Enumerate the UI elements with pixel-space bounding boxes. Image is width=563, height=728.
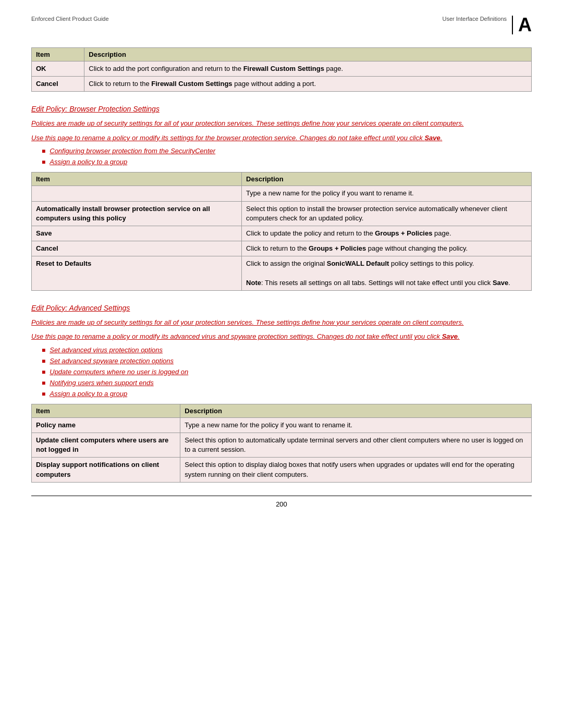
table1-row1-desc: Click to add the port configuration and … — [84, 61, 532, 77]
section1-desc1: Policies are made up of security setting… — [31, 118, 532, 129]
table2-row2-desc: Select this option to install the browse… — [242, 201, 532, 226]
table-row: Type a new name for the policy if you wa… — [32, 186, 532, 201]
bullet-link[interactable]: Set advanced spyware protection options — [50, 357, 174, 365]
table-row: Cancel Click to return to the Firewall C… — [32, 77, 532, 92]
table-row: OK Click to add the port configuration a… — [32, 61, 532, 77]
table2-row3-item: Save — [32, 226, 242, 241]
list-item: ■ Configuring browser protection from th… — [42, 147, 532, 155]
table-row: Cancel Click to return to the Groups + P… — [32, 241, 532, 256]
table2-row4-desc: Click to return to the Groups + Policies… — [242, 241, 532, 256]
bullet-link[interactable]: Assign a policy to a group — [50, 390, 127, 398]
page-container: Enforced Client Product Guide User Inter… — [0, 0, 563, 539]
table1-col-item: Item — [32, 48, 84, 61]
page-header: Enforced Client Product Guide User Inter… — [31, 16, 532, 37]
section1-bullets: ■ Configuring browser protection from th… — [42, 147, 532, 166]
table1: Item Description OK Click to add the por… — [31, 47, 532, 92]
page-footer: 200 — [31, 496, 532, 508]
table3-row2-desc: Select this option to automatically upda… — [180, 433, 532, 458]
table1-col-desc: Description — [84, 48, 532, 61]
bullet-icon: ■ — [42, 357, 45, 365]
table3-col-item: Item — [32, 404, 180, 417]
table3-row1-item: Policy name — [32, 417, 180, 433]
table-row: Reset to Defaults Click to assign the or… — [32, 256, 532, 291]
header-right-area: User Interface Definitions A — [443, 16, 532, 34]
table2-row1-desc: Type a new name for the policy if you wa… — [242, 186, 532, 201]
table2-col-desc: Description — [242, 172, 532, 186]
table3-row3-item: Display support notifications on client … — [32, 458, 180, 482]
table2-row5-desc: Click to assign the original SonicWALL D… — [242, 256, 532, 291]
table1-section: Item Description OK Click to add the por… — [31, 47, 532, 92]
table2-row3-desc: Click to update the policy and return to… — [242, 226, 532, 241]
table2-row4-item: Cancel — [32, 241, 242, 256]
table3-row2-item: Update client computers where users are … — [32, 433, 180, 458]
table2-row1-item — [32, 186, 242, 201]
bullet-link[interactable]: Configuring browser protection from the … — [50, 147, 215, 155]
header-left-text: Enforced Client Product Guide — [31, 16, 109, 22]
list-item: ■ Update computers where no user is logg… — [42, 368, 532, 376]
table1-row2-desc: Click to return to the Firewall Custom S… — [84, 77, 532, 92]
bullet-icon: ■ — [42, 368, 45, 376]
list-item: ■ Set advanced spyware protection option… — [42, 357, 532, 365]
table-row: Update client computers where users are … — [32, 433, 532, 458]
table2-row2-item: Automatically install browser protection… — [32, 201, 242, 226]
table3-col-desc: Description — [180, 404, 532, 417]
section2-desc1: Policies are made up of security setting… — [31, 317, 532, 328]
table3-row1-desc: Type a new name for the policy if you wa… — [180, 417, 532, 433]
bullet-link[interactable]: Update computers where no user is logged… — [50, 368, 188, 376]
bullet-link[interactable]: Set advanced virus protection options — [50, 346, 163, 354]
list-item: ■ Assign a policy to a group — [42, 158, 532, 166]
table2-row5-item: Reset to Defaults — [32, 256, 242, 291]
bullet-icon: ■ — [42, 347, 45, 354]
header-right-text: User Interface Definitions — [443, 16, 507, 22]
section1-desc2: Use this page to rename a policy or modi… — [31, 133, 532, 143]
table-row: Policy name Type a new name for the poli… — [32, 417, 532, 433]
section1: Edit Policy: Browser Protection Settings… — [31, 105, 532, 291]
bullet-icon: ■ — [42, 390, 45, 398]
header-letter: A — [512, 16, 532, 34]
table1-row1-item: OK — [32, 61, 84, 77]
bullet-icon: ■ — [42, 379, 45, 387]
section2: Edit Policy: Advanced Settings Policies … — [31, 304, 532, 483]
table2-col-item: Item — [32, 172, 242, 186]
list-item: ■ Set advanced virus protection options — [42, 346, 532, 354]
bullet-link[interactable]: Assign a policy to a group — [50, 158, 127, 166]
table-row: Save Click to update the policy and retu… — [32, 226, 532, 241]
bullet-icon: ■ — [42, 158, 45, 166]
list-item: ■ Assign a policy to a group — [42, 390, 532, 398]
table3-row3-desc: Select this option to display dialog box… — [180, 458, 532, 482]
section1-title: Edit Policy: Browser Protection Settings — [31, 105, 532, 113]
section2-title: Edit Policy: Advanced Settings — [31, 304, 532, 312]
section2-bullets: ■ Set advanced virus protection options … — [42, 346, 532, 398]
table2: Item Description Type a new name for the… — [31, 172, 532, 291]
table3: Item Description Policy name Type a new … — [31, 404, 532, 483]
bullet-icon: ■ — [42, 147, 45, 155]
section2-desc2: Use this page to rename a policy or modi… — [31, 331, 532, 342]
table-row: Display support notifications on client … — [32, 458, 532, 482]
list-item: ■ Notifying users when support ends — [42, 379, 532, 387]
table-row: Automatically install browser protection… — [32, 201, 532, 226]
page-number: 200 — [276, 500, 287, 508]
table1-row2-item: Cancel — [32, 77, 84, 92]
notifying-users-link[interactable]: Notifying users when support ends — [50, 379, 153, 387]
